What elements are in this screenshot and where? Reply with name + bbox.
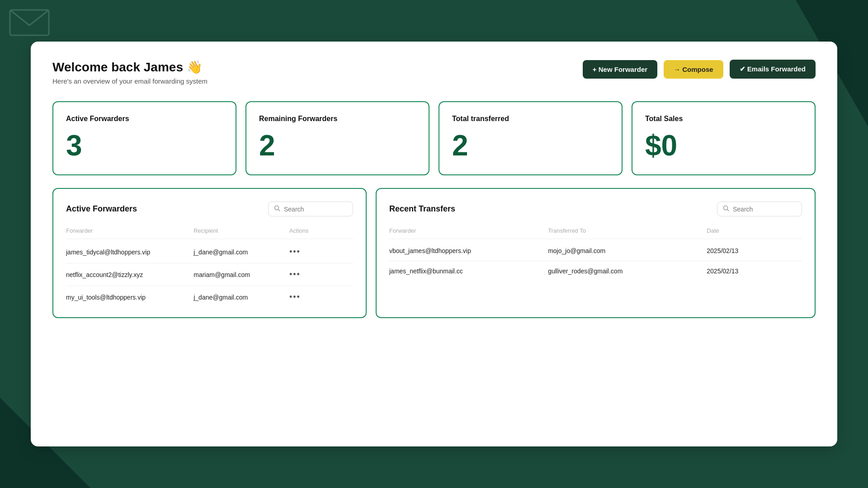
recipient-cell: j_dane@gmail.com (193, 294, 289, 301)
forwarders-table-header: Forwarder Recipient Actions (66, 227, 353, 239)
page-title: Welcome back James 👋 (52, 60, 208, 75)
stat-card-remaining-forwarders: Remaining Forwarders 2 (245, 101, 429, 175)
active-forwarders-panel: Active Forwarders Forwarder Recipient A (52, 188, 367, 318)
transfer-to-cell: gulliver_rodes@gmail.com (548, 267, 707, 275)
active-forwarders-title: Active Forwarders (66, 204, 137, 214)
header-left: Welcome back James 👋 Here's an overview … (52, 60, 208, 85)
transfer-to-cell: mojo_jo@gmail.com (548, 247, 707, 254)
col-header-transferred-to: Transferred To (548, 227, 707, 234)
transfer-forwarder-cell: vbout_james@ltdhoppers.vip (389, 247, 548, 254)
stat-label-3: Total Sales (645, 115, 802, 123)
col-header-date: Date (707, 227, 802, 234)
stat-card-total-sales: Total Sales $0 (632, 101, 816, 175)
forwarder-cell: james_tidycal@ltdhoppers.vip (66, 249, 193, 256)
recipient-cell: mariam@gmail.com (193, 271, 289, 278)
compose-button[interactable]: → Compose (664, 60, 723, 79)
stat-value-0: 3 (66, 131, 223, 160)
row-actions-button[interactable]: ••• (289, 247, 353, 257)
table-row: james_netflix@bunmail.cc gulliver_rodes@… (389, 261, 802, 281)
row-actions-button[interactable]: ••• (289, 292, 353, 302)
main-card: Welcome back James 👋 Here's an overview … (31, 42, 837, 446)
recent-transfers-search-icon (723, 205, 729, 213)
recent-transfers-search-box[interactable] (717, 202, 802, 216)
header-actions: + New Forwarder → Compose ✔ Emails Forwa… (583, 60, 816, 79)
bg-envelope-tl-icon (9, 5, 50, 36)
bottom-row: Active Forwarders Forwarder Recipient A (52, 188, 816, 318)
recent-transfers-header: Recent Transfers (389, 202, 802, 216)
active-forwarders-header: Active Forwarders (66, 202, 353, 216)
recent-transfers-panel: Recent Transfers Forwarder Transferred T… (376, 188, 816, 318)
stat-value-1: 2 (259, 131, 416, 160)
recent-transfers-title: Recent Transfers (389, 204, 455, 214)
forwarder-cell: netflix_account2@tizzly.xyz (66, 271, 193, 278)
page-header: Welcome back James 👋 Here's an overview … (52, 60, 816, 85)
recipient-cell: j_dane@gmail.com (193, 249, 289, 256)
stat-card-active-forwarders: Active Forwarders 3 (52, 101, 236, 175)
page-subtitle: Here's an overview of your email forward… (52, 77, 208, 85)
table-row: netflix_account2@tizzly.xyz mariam@gmail… (66, 263, 353, 286)
table-row: vbout_james@ltdhoppers.vip mojo_jo@gmail… (389, 241, 802, 261)
svg-line-5 (727, 210, 729, 211)
active-forwarders-search-icon (274, 205, 280, 213)
transfer-forwarder-cell: james_netflix@bunmail.cc (389, 267, 548, 275)
stat-card-total-transferred: Total transferred 2 (439, 101, 623, 175)
stat-value-2: 2 (452, 131, 609, 160)
svg-line-3 (278, 210, 280, 211)
new-forwarder-button[interactable]: + New Forwarder (583, 60, 657, 79)
table-row: james_tidycal@ltdhoppers.vip j_dane@gmai… (66, 241, 353, 263)
forwarders-table: Forwarder Recipient Actions james_tidyca… (66, 227, 353, 308)
col-header-recipient: Recipient (193, 227, 289, 234)
active-forwarders-search-input[interactable] (284, 206, 347, 213)
table-row: my_ui_tools@ltdhoppers.vip j_dane@gmail.… (66, 286, 353, 308)
stat-label-2: Total transferred (452, 115, 609, 123)
stat-label-0: Active Forwarders (66, 115, 223, 123)
emails-forwarded-button[interactable]: ✔ Emails Forwarded (730, 60, 816, 79)
transfers-table-header: Forwarder Transferred To Date (389, 227, 802, 239)
stats-row: Active Forwarders 3 Remaining Forwarders… (52, 101, 816, 175)
col-header-forwarder-t: Forwarder (389, 227, 548, 234)
stat-label-1: Remaining Forwarders (259, 115, 416, 123)
col-header-forwarder: Forwarder (66, 227, 193, 234)
stat-value-3: $0 (645, 131, 802, 160)
transfer-date-cell: 2025/02/13 (707, 247, 802, 254)
transfer-date-cell: 2025/02/13 (707, 267, 802, 275)
forwarder-cell: my_ui_tools@ltdhoppers.vip (66, 294, 193, 301)
transfers-table: Forwarder Transferred To Date vbout_jame… (389, 227, 802, 281)
row-actions-button[interactable]: ••• (289, 270, 353, 279)
col-header-actions: Actions (289, 227, 353, 234)
recent-transfers-search-input[interactable] (733, 206, 796, 213)
active-forwarders-search-box[interactable] (268, 202, 353, 216)
